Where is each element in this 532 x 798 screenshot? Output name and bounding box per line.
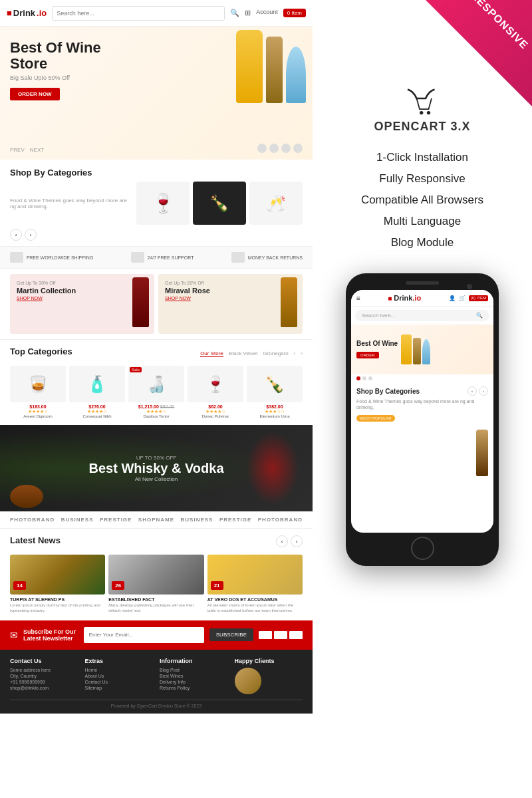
- product-price-3: $1,215.00 $82.00: [128, 404, 184, 409]
- categories-section: Shop By Categories Food & Wine Themes go…: [0, 160, 313, 246]
- phone-product-preview: [351, 426, 493, 479]
- phone-menu-icon[interactable]: ≡: [356, 295, 360, 302]
- tab-grunegarn[interactable]: Grünegarn: [263, 350, 288, 357]
- payment-icons: [259, 631, 303, 639]
- product-stars-2: ★★★★☆: [69, 409, 125, 414]
- next-button[interactable]: NEXT: [30, 147, 44, 153]
- phone-cat-next[interactable]: ›: [479, 386, 488, 396]
- products-nav-next[interactable]: ›: [301, 350, 303, 357]
- prev-button[interactable]: PREV: [10, 147, 25, 153]
- phone-hero-button[interactable]: ORDER: [356, 352, 379, 358]
- feature-shipping: FREE WORLDWIDE SHIPPING: [10, 252, 93, 263]
- social-icon-1[interactable]: [257, 144, 267, 153]
- phone-cart-icon[interactable]: 🛒: [459, 295, 466, 301]
- collections-section: Get Up To 30% Off Martin Collection SHOP…: [0, 269, 313, 339]
- header-logo: ■ Drink.io: [7, 8, 47, 18]
- news-header: Latest News ‹ ›: [10, 535, 303, 549]
- bottle-3: [286, 47, 306, 103]
- news-card-1: 14 TURPIS AT SLEFEND PS Lorem ipsum simp…: [10, 555, 105, 614]
- news-date-3: 21: [211, 581, 223, 590]
- cat-prev-button[interactable]: ‹: [10, 229, 22, 241]
- news-desc-2: Many desktop publishing packages will us…: [108, 603, 203, 614]
- product-price-5: $382.00: [247, 404, 303, 409]
- footer-contact-title: Contact Us: [10, 658, 78, 664]
- slider-dot-2[interactable]: [362, 376, 366, 380]
- collection-1-label: Get Up To 30% Off: [17, 281, 148, 285]
- header-icons: Account 0 Item: [256, 9, 306, 17]
- opencart-logo-area: [329, 86, 515, 116]
- payment-icon-3: [289, 631, 303, 639]
- tab-black-velvet[interactable]: Black Velvet: [229, 350, 258, 357]
- wine-bottle-icon: 🍾: [209, 194, 229, 213]
- search-input[interactable]: [52, 6, 225, 21]
- footer-info-2[interactable]: Best Wines: [160, 674, 228, 678]
- phone-cart-badge: (0) ITEM: [469, 295, 488, 301]
- product-bottle-icon-5: 🍾: [265, 375, 285, 394]
- newsletter-input[interactable]: [84, 627, 204, 643]
- products-nav-prev[interactable]: ‹: [294, 350, 296, 357]
- cat-next-button[interactable]: ›: [25, 229, 37, 241]
- footer-info-4[interactable]: Returns Policy: [160, 686, 228, 690]
- tab-our-store[interactable]: Our Store: [200, 350, 223, 357]
- top-categories-section: Top Categories Our Store Black Velvet Gr…: [0, 339, 313, 425]
- footer-info-1[interactable]: Blog Post: [160, 668, 228, 672]
- footer-extras-1[interactable]: Home: [85, 668, 154, 672]
- collection-card-1: Get Up To 30% Off Martin Collection SHOP…: [10, 274, 154, 334]
- footer-extras-2[interactable]: About Us: [85, 674, 154, 678]
- footer-extras-4[interactable]: Sitemap: [85, 686, 154, 690]
- collection-2-link[interactable]: SHOP NOW: [165, 296, 296, 301]
- bottle-2: [266, 37, 283, 103]
- news-next-button[interactable]: ›: [291, 535, 303, 547]
- product-price-2: $276.00: [69, 404, 125, 409]
- phone-categories-title: Shop By Categories: [356, 388, 420, 395]
- slider-dot-3[interactable]: [368, 376, 372, 380]
- phone-cat-prev[interactable]: ‹: [467, 386, 477, 396]
- subscribe-button[interactable]: SUBSCRIBE: [209, 628, 253, 641]
- svg-point-1: [426, 111, 430, 114]
- list-icon[interactable]: ⊞: [245, 9, 251, 17]
- category-items: Food & Wine Themes goes way beyond more …: [10, 182, 303, 225]
- wine-glass-icon: 🍷: [152, 192, 175, 214]
- collection-2-name: Miraval Rose: [165, 287, 296, 295]
- product-bottle-icon-3: 🍶: [146, 375, 166, 394]
- product-name-4: Donec Pulvinar: [188, 414, 243, 418]
- footer-contact-3: +91 9999999999: [10, 680, 78, 684]
- social-icon-3[interactable]: [281, 144, 291, 153]
- product-stars-5: ★★★☆☆: [247, 409, 303, 414]
- phone-search-icon[interactable]: 🔍: [476, 313, 483, 319]
- social-icon-2[interactable]: [269, 144, 279, 153]
- opencart-version: OPENCART 3.X: [329, 120, 515, 134]
- collection-1-name: Martin Collection: [17, 287, 148, 295]
- collection-bottle-1: [132, 277, 149, 327]
- product-bottle-icon-2: 🧴: [87, 375, 107, 394]
- footer-info-3[interactable]: Delivery Info: [160, 680, 228, 684]
- search-icon[interactable]: 🔍: [230, 9, 239, 17]
- collection-card-2: Get Up To 20% Off Miraval Rose SHOP NOW: [158, 274, 303, 334]
- cart-button[interactable]: 0 Item: [283, 9, 306, 17]
- hero-navigation: PREV NEXT: [10, 147, 44, 153]
- slider-dot-1[interactable]: [356, 376, 360, 380]
- feature-row-3: Compatible All Browsers: [342, 190, 502, 211]
- cat-image-2: 🍾: [193, 182, 246, 225]
- collection-1-link[interactable]: SHOP NOW: [17, 296, 148, 301]
- phone-account-icon: 👤: [449, 295, 456, 301]
- news-prev-button[interactable]: ‹: [276, 535, 288, 547]
- collection-bottle-2: [281, 277, 297, 327]
- top-categories-title: Top Categories: [10, 346, 72, 356]
- account-link[interactable]: Account: [256, 9, 278, 17]
- hero-banner: Best Of Wine Store Big Sale Upto 50% Off…: [0, 27, 313, 160]
- product-img-4: 🍷: [188, 366, 243, 402]
- phone-search-bar[interactable]: Search here... 🔍: [355, 310, 489, 321]
- order-button[interactable]: ORDER NOW: [10, 88, 60, 100]
- footer-extras-3[interactable]: Contact Us: [85, 680, 154, 684]
- brand-1: PHOTOBRAND: [10, 517, 55, 523]
- news-title-1: TURPIS AT SLEFEND PS: [10, 597, 105, 602]
- social-icons: [257, 144, 303, 153]
- product-name-2: Consequat Nibh: [69, 414, 125, 418]
- product-card-2: 🧴 $276.00 ★★★★☆ Consequat Nibh: [69, 366, 125, 418]
- newsletter-text: Subscribe For Our Latest Newsletter: [23, 628, 78, 642]
- features-list: 1-Click Installation Fully Responsive Co…: [329, 147, 515, 253]
- product-stars-3: ★★★★☆: [128, 409, 184, 414]
- social-icon-4[interactable]: [293, 144, 303, 153]
- phone-home-button[interactable]: [411, 537, 434, 560]
